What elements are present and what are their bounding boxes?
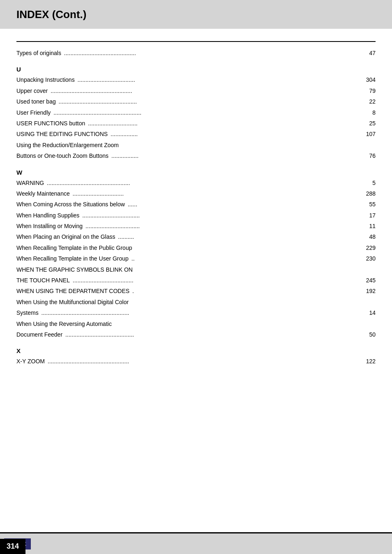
list-item: Upper cover ............................… <box>16 86 376 95</box>
dot-filler: .................................... <box>76 75 365 84</box>
entry-text: USER FUNCTIONS button <box>16 119 85 128</box>
dot-filler: .................................... <box>81 211 368 220</box>
list-item: When Recalling Template in the Public Gr… <box>16 243 376 252</box>
entry-page: 192 <box>366 286 376 295</box>
entry-text: When Recalling Template in the Public Gr… <box>16 243 132 252</box>
entry-page: 245 <box>366 276 376 285</box>
dot-filler: ...................................... <box>71 276 365 285</box>
entry-page: 107 <box>366 129 376 138</box>
list-item: X-Y ZOOM ...............................… <box>16 357 376 366</box>
list-item: Types of originals .....................… <box>16 48 376 58</box>
entry-text: Types of originals <box>16 48 61 58</box>
list-item: WHEN USING THE DEPARTMENT CODES . 192 <box>16 286 376 295</box>
dot-filler: ................. <box>109 129 364 138</box>
dot-filler: .................................. <box>84 222 368 231</box>
entry-text: When Installing or Moving <box>16 222 83 231</box>
entry-page: 11 <box>369 222 376 231</box>
entry-text: X-Y ZOOM <box>16 357 45 366</box>
dot-filler: ........................................… <box>40 308 368 317</box>
list-item: WHEN THE GRAPHIC SYMBOLS BLINK ON <box>16 265 376 274</box>
entry-page: 79 <box>369 86 376 95</box>
list-item: When Using the Multifunctional Digital C… <box>16 298 376 307</box>
list-item: When Placing an Original on the Glass ..… <box>16 232 376 241</box>
section-heading-w: W <box>16 169 376 176</box>
list-item: When Using the Reversing Automatic <box>16 319 376 328</box>
list-item: Weekly Maintenance .....................… <box>16 189 376 198</box>
dot-filler: .. <box>130 254 365 263</box>
list-item: User Friendly ..........................… <box>16 108 376 117</box>
section-heading-u: U <box>16 66 376 73</box>
entry-text: THE TOUCH PANEL <box>16 276 70 285</box>
entry-page: 230 <box>366 254 376 263</box>
entry-text: User Friendly <box>16 108 51 117</box>
entry-page: 50 <box>369 330 376 339</box>
entry-text: USING THE EDITING FUNCTIONS <box>16 129 108 138</box>
bottom-bar: 314 INDEX <box>0 533 392 554</box>
entry-text: When Placing an Original on the Glass <box>16 232 115 241</box>
entry-text: WARNING <box>16 178 44 187</box>
dot-filler: ........................................… <box>64 330 368 339</box>
entry-page: 25 <box>369 119 376 128</box>
entry-text: When Recalling Template in the User Grou… <box>16 254 129 263</box>
u-section: U Unpacking Instructions ...............… <box>16 66 376 160</box>
entry-text: Unpacking Instructions <box>16 75 75 84</box>
entry-page: 22 <box>369 97 376 106</box>
page-number: 314 <box>0 539 25 554</box>
top-divider <box>16 41 376 42</box>
entry-page: 304 <box>366 75 376 84</box>
entry-page: 76 <box>369 151 376 160</box>
entry-page: 229 <box>366 243 376 252</box>
entry-text: Upper cover <box>16 86 48 95</box>
entry-page: 5 <box>372 178 376 187</box>
list-item: USING THE EDITING FUNCTIONS ............… <box>16 129 376 138</box>
section-heading-x: X <box>16 347 376 354</box>
entry-text: When Coming Across the Situations below <box>16 200 125 209</box>
dot-filler: ........................................… <box>46 357 365 366</box>
dot-filler: ................. <box>110 151 368 160</box>
dot-filler: ........................................… <box>57 97 368 106</box>
list-item: WARNING ................................… <box>16 178 376 187</box>
entry-text: Weekly Maintenance <box>16 189 70 198</box>
dot-filler: ................................ <box>71 189 365 198</box>
list-item: Using the Reduction/Enlargement Zoom <box>16 141 376 150</box>
list-item: USER FUNCTIONS button ..................… <box>16 119 376 128</box>
dot-filler: ........................................… <box>49 86 368 95</box>
list-item: When Recalling Template in the User Grou… <box>16 254 376 263</box>
dot-filler: ........................................… <box>45 178 371 187</box>
t-section: Types of originals .....................… <box>16 48 376 58</box>
list-item: When Installing or Moving ..............… <box>16 222 376 231</box>
dot-filler: .......... <box>116 232 368 241</box>
list-item: Used toner bag .........................… <box>16 97 376 106</box>
w-section: W WARNING ..............................… <box>16 169 376 339</box>
entry-page: 14 <box>369 308 376 317</box>
list-item: Unpacking Instructions .................… <box>16 75 376 84</box>
page-title: INDEX (Cont.) <box>16 8 86 21</box>
entry-page: 47 <box>369 48 376 58</box>
dot-filler: ........................................… <box>62 48 368 58</box>
list-item: Systems ................................… <box>16 308 376 317</box>
list-item: When Handling Supplies .................… <box>16 211 376 220</box>
x-section: X X-Y ZOOM .............................… <box>16 347 376 366</box>
entry-page: 288 <box>366 189 376 198</box>
dot-filler <box>133 243 364 252</box>
entry-page: 8 <box>372 108 376 117</box>
entry-text: Buttons or One-touch Zoom Buttons <box>16 151 108 160</box>
entry-page: 55 <box>369 200 376 209</box>
entry-text: Used toner bag <box>16 97 56 106</box>
list-item: THE TOUCH PANEL ........................… <box>16 276 376 285</box>
dot-filler: ...... <box>126 200 368 209</box>
entry-text: Document Feeder <box>16 330 62 339</box>
entry-page: 17 <box>369 211 376 220</box>
dot-filler: ........................................… <box>52 108 371 117</box>
list-item: Document Feeder ........................… <box>16 330 376 339</box>
entry-text: WHEN USING THE DEPARTMENT CODES <box>16 286 129 295</box>
dot-filler: ............................... <box>86 119 368 128</box>
content-area: Types of originals .....................… <box>0 29 392 384</box>
list-item: Buttons or One-touch Zoom Buttons ......… <box>16 151 376 160</box>
dot-filler: . <box>131 286 365 295</box>
page-container: INDEX (Cont.) Types of originals .......… <box>0 0 392 554</box>
list-item: When Coming Across the Situations below … <box>16 200 376 209</box>
entry-page: 122 <box>366 357 376 366</box>
entry-text: Systems <box>16 308 39 317</box>
header-band: INDEX (Cont.) <box>0 0 392 29</box>
